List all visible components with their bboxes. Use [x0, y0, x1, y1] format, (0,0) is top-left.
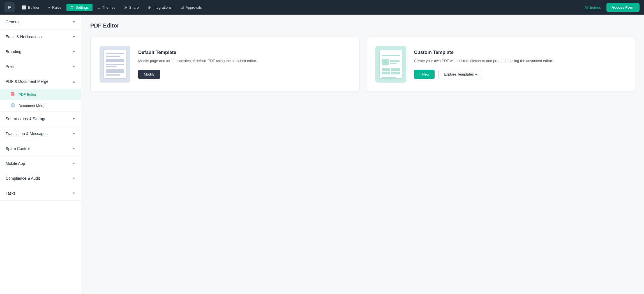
chevron-down-icon: ▼	[72, 147, 75, 150]
sidebar-item-submissions-storage[interactable]: Submissions & Storage ▼	[0, 111, 81, 126]
sidebar-item-spam-control[interactable]: Spam Control ▼	[0, 141, 81, 156]
sidebar-section-submissions-storage: Submissions & Storage ▼	[0, 111, 81, 126]
sidebar-item-translation-messages[interactable]: Translation & Messages ▼	[0, 126, 81, 141]
settings-icon: ⚙	[70, 5, 74, 10]
rules-icon: ≡	[48, 5, 50, 10]
sidebar-item-document-merge[interactable]: Document Merge	[0, 100, 81, 111]
sidebar-item-general[interactable]: General ▼	[0, 15, 81, 29]
sidebar-section-email-notifications: Email & Notifications ▼	[0, 29, 81, 44]
approvals-icon: ☑	[181, 5, 184, 10]
sidebar-section-prefill: Prefill ▼	[0, 59, 81, 74]
chevron-down-icon: ▼	[72, 177, 75, 180]
integrations-icon: ⊕	[148, 5, 151, 10]
custom-template-card: Custom Template Create your own PDF with…	[366, 37, 635, 92]
sidebar-section-pdf-document-merge: PDF & Document Merge ▲ PDF PDF Editor	[0, 74, 81, 111]
sidebar-item-branding[interactable]: Branding ▼	[0, 44, 81, 59]
sidebar-item-mobile-app[interactable]: Mobile App ▼	[0, 156, 81, 171]
top-nav: ⊞ ⬜ Builder ≡ Rules ⚙ Settings ◇ Themes …	[0, 0, 644, 15]
chevron-up-icon: ▲	[72, 80, 75, 83]
sidebar-item-pdf-document-merge[interactable]: PDF & Document Merge ▲	[0, 74, 81, 89]
custom-template-illustration	[375, 46, 406, 83]
sidebar-item-email-notifications[interactable]: Email & Notifications ▼	[0, 29, 81, 44]
access-form-button[interactable]: Access Form	[606, 3, 640, 12]
sidebar-section-tasks: Tasks ▼	[0, 186, 81, 201]
sidebar: General ▼ Email & Notifications ▼ Brandi…	[0, 15, 81, 294]
sidebar-section-spam-control: Spam Control ▼	[0, 141, 81, 156]
custom-template-body: Custom Template Create your own PDF with…	[414, 50, 626, 79]
custom-template-title: Custom Template	[414, 50, 626, 55]
chevron-down-icon: ▼	[72, 192, 75, 195]
nav-item-share[interactable]: ⊱ Share	[120, 4, 143, 11]
home-button[interactable]: ⊞	[4, 2, 15, 12]
default-template-body: Default Template Modify page and form pr…	[138, 50, 350, 79]
chevron-down-icon: ▼	[72, 132, 75, 135]
default-template-description: Modify page and form properties of defau…	[138, 58, 350, 64]
modify-button[interactable]: Modify	[138, 70, 160, 79]
explore-templates-button[interactable]: Explore Templates »	[438, 70, 482, 79]
nav-item-settings[interactable]: ⚙ Settings	[66, 4, 93, 11]
chevron-down-icon: ▼	[72, 65, 75, 68]
main-content: PDF Editor Default Template	[81, 15, 644, 294]
app-layout: General ▼ Email & Notifications ▼ Brandi…	[0, 15, 644, 294]
custom-template-description: Create your own PDF with custom elements…	[414, 58, 626, 64]
template-cards-row: Default Template Modify page and form pr…	[90, 37, 635, 92]
nav-item-integrations[interactable]: ⊕ Integrations	[144, 4, 176, 11]
nav-item-rules[interactable]: ≡ Rules	[44, 4, 65, 11]
sidebar-section-mobile-app: Mobile App ▼	[0, 156, 81, 171]
default-template-card: Default Template Modify page and form pr…	[90, 37, 359, 92]
sidebar-section-translation-messages: Translation & Messages ▼	[0, 126, 81, 141]
all-entries-link[interactable]: All Entries	[585, 5, 601, 10]
chevron-down-icon: ▼	[72, 50, 75, 53]
sidebar-item-prefill[interactable]: Prefill ▼	[0, 59, 81, 74]
svg-rect-3	[12, 104, 14, 107]
pdf-editor-icon: PDF	[10, 92, 16, 97]
sidebar-item-tasks[interactable]: Tasks ▼	[0, 186, 81, 200]
sidebar-section-branding: Branding ▼	[0, 44, 81, 59]
share-icon: ⊱	[124, 5, 127, 10]
builder-icon: ⬜	[22, 5, 26, 10]
chevron-down-icon: ▼	[72, 20, 75, 24]
default-template-illustration	[100, 46, 130, 83]
default-template-title: Default Template	[138, 50, 350, 55]
custom-template-actions: + New Explore Templates »	[414, 70, 626, 79]
chevron-down-icon: ▼	[72, 162, 75, 165]
nav-item-themes[interactable]: ◇ Themes	[94, 4, 119, 11]
document-merge-icon	[10, 103, 16, 108]
page-title: PDF Editor	[90, 22, 635, 29]
nav-item-builder[interactable]: ⬜ Builder	[18, 4, 43, 11]
new-button[interactable]: + New	[414, 70, 435, 79]
sidebar-item-pdf-editor[interactable]: PDF PDF Editor	[0, 89, 81, 100]
chevron-down-icon: ▼	[72, 35, 75, 38]
themes-icon: ◇	[98, 5, 100, 10]
chevron-down-icon: ▼	[72, 117, 75, 120]
sidebar-section-compliance-audit: Compliance & Audit ▼	[0, 171, 81, 186]
sidebar-section-general: General ▼	[0, 15, 81, 29]
nav-item-approvals[interactable]: ☑ Approvals	[177, 4, 206, 11]
sidebar-item-compliance-audit[interactable]: Compliance & Audit ▼	[0, 171, 81, 186]
svg-text:PDF: PDF	[11, 94, 15, 95]
